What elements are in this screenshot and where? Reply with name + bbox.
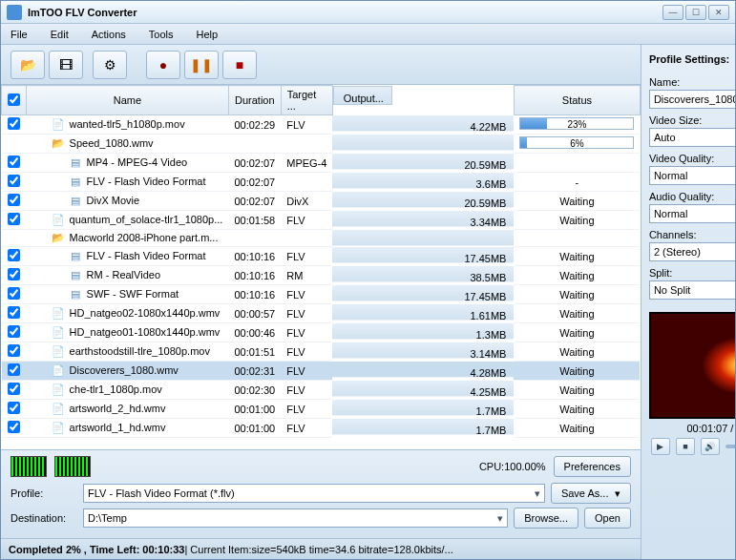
video-size-select[interactable]: Auto [649, 128, 735, 147]
table-row[interactable]: 📂 Macworld 2008-iPhone part.m... [2, 230, 641, 247]
video-quality-select[interactable]: Normal [649, 166, 735, 185]
destination-combo[interactable]: D:\Temp [83, 508, 508, 528]
settings-button[interactable]: ⚙ [93, 51, 127, 79]
split-select[interactable]: No Split [649, 280, 735, 300]
table-row[interactable]: ▤ FLV - Flash Video Format00:10:16FLV17.… [2, 247, 641, 266]
file-icon: 📄 [50, 384, 67, 396]
record-button[interactable]: ● [146, 51, 180, 79]
table-row[interactable]: 📄 wanted-tlr5_h1080p.mov00:02:29FLV4.22M… [2, 115, 641, 135]
audio-quality-select[interactable]: Normal [649, 204, 735, 223]
name-label: Name: [649, 76, 735, 88]
file-grid[interactable]: Name Duration Target ... Output... Statu… [1, 85, 641, 449]
row-checkbox[interactable] [8, 306, 20, 319]
table-row[interactable]: 📂 Speed_1080.wmv6% [2, 135, 641, 154]
file-icon: 📄 [50, 307, 67, 320]
row-checkbox[interactable] [8, 249, 20, 261]
remove-file-button[interactable]: 🎞 [49, 51, 83, 79]
app-icon [7, 5, 22, 20]
row-checkbox[interactable] [8, 268, 20, 280]
menu-file[interactable]: File [11, 29, 28, 40]
profile-label: Profile: [11, 487, 77, 499]
row-checkbox[interactable] [8, 421, 20, 433]
menu-tools[interactable]: Tools [149, 29, 174, 40]
profile-settings-panel: Profile Settings: ✎ Name: Video Size: Au… [641, 45, 735, 559]
select-all-checkbox[interactable] [8, 93, 20, 106]
pause-button[interactable]: ❚❚ [184, 51, 219, 79]
cpu-graph-2 [54, 456, 91, 477]
preferences-button[interactable]: Preferences [554, 456, 631, 477]
table-row[interactable]: 📄 earthstoodstill-tlre_1080p.mov00:01:51… [2, 342, 641, 362]
volume-icon[interactable]: 🔊 [701, 438, 720, 455]
table-row[interactable]: 📄 che-tlr1_1080p.mov00:02:30FLV4.25MBWai… [2, 381, 641, 400]
folder-icon: 📂 [50, 137, 67, 150]
toolbar: 📂 🎞 ⚙ ● ❚❚ ■ [1, 45, 641, 85]
split-label: Split: [649, 267, 735, 279]
stop-button[interactable]: ■ [222, 51, 257, 79]
close-button[interactable]: ✕ [708, 5, 729, 20]
row-checkbox[interactable] [8, 383, 20, 395]
volume-slider[interactable] [725, 445, 735, 448]
audio-quality-label: Audio Quality: [649, 191, 735, 202]
menu-edit[interactable]: Edit [51, 29, 69, 40]
video-quality-label: Video Quality: [649, 153, 735, 164]
file-icon: 📄 [50, 403, 67, 415]
table-row[interactable]: 📄 HD_natgeo02-1080x1440p.wmv00:00:57FLV1… [2, 304, 641, 323]
playback-time: 00:01:07 / 00:02:31 [649, 423, 735, 434]
doc-icon: ▤ [67, 195, 84, 207]
table-row[interactable]: ▤ RM - RealVideo00:10:16RM38.5MBWaiting [2, 266, 641, 285]
table-row[interactable]: 📄 artsworld_1_hd.wmv00:01:00FLV1.7MBWait… [2, 419, 641, 438]
file-icon: 📄 [50, 326, 67, 339]
row-checkbox[interactable] [8, 344, 20, 357]
table-row[interactable]: ▤ DivX Movie00:02:07DivX20.59MBWaiting [2, 192, 641, 211]
doc-icon: ▤ [67, 269, 84, 281]
profile-combo[interactable]: FLV - Flash Video Format (*.flv) [83, 484, 545, 503]
doc-icon: ▤ [67, 288, 84, 301]
minimize-button[interactable]: — [662, 5, 683, 20]
row-checkbox[interactable] [8, 363, 20, 376]
status-current-item: | Current Item:size=540kB time=34.6 bitr… [184, 544, 452, 555]
destination-label: Destination: [11, 512, 77, 524]
row-checkbox[interactable] [8, 402, 20, 414]
row-checkbox[interactable] [8, 325, 20, 338]
row-checkbox[interactable] [8, 117, 20, 130]
col-status[interactable]: Status [514, 86, 640, 115]
menu-actions[interactable]: Actions [92, 29, 126, 40]
menubar: File Edit Actions Tools Help [1, 24, 735, 45]
save-as-button[interactable]: Save As...▾ [551, 483, 631, 504]
table-row[interactable]: ▤ SWF - SWF Format00:10:16FLV17.45MBWait… [2, 285, 641, 304]
cpu-graph-1 [11, 456, 47, 477]
col-output[interactable]: Output... [333, 86, 392, 105]
table-row[interactable]: ▤ MP4 - MPEG-4 Video00:02:07MPEG-420.59M… [2, 154, 641, 173]
table-row[interactable]: 📄 HD_natgeo01-1080x1440p.wmv00:00:46FLV1… [2, 323, 641, 342]
folder-icon: 📂 [50, 232, 67, 244]
browse-button[interactable]: Browse... [514, 508, 578, 529]
col-duration[interactable]: Duration [228, 86, 281, 115]
open-button[interactable]: Open [584, 508, 631, 529]
row-checkbox[interactable] [8, 156, 20, 168]
titlebar: ImTOO FLV Converter — ☐ ✕ [1, 1, 735, 24]
channels-select[interactable]: 2 (Stereo) [649, 242, 735, 261]
doc-icon: ▤ [67, 176, 84, 188]
table-row[interactable]: ▤ FLV - Flash Video Format00:02:073.6MB- [2, 173, 641, 192]
file-icon: 📄 [50, 214, 67, 226]
col-target[interactable]: Target ... [281, 86, 332, 115]
play-button[interactable]: ▶ [651, 438, 670, 455]
row-checkbox[interactable] [8, 175, 20, 187]
row-checkbox[interactable] [8, 194, 20, 206]
row-checkbox[interactable] [8, 287, 20, 300]
maximize-button[interactable]: ☐ [685, 5, 706, 20]
name-input[interactable] [649, 90, 735, 109]
file-icon: 📄 [50, 345, 67, 358]
col-name[interactable]: Name [27, 86, 229, 115]
file-icon: 📄 [50, 422, 67, 434]
menu-help[interactable]: Help [196, 29, 218, 40]
table-row[interactable]: 📄 quantum_of_solace-tlr1_1080p...00:01:5… [2, 211, 641, 230]
file-icon: 📄 [50, 364, 67, 377]
row-checkbox[interactable] [8, 213, 20, 225]
file-icon: 📄 [50, 118, 67, 131]
progress-bar: 6% [519, 136, 634, 149]
table-row[interactable]: 📄 Discoverers_1080.wmv00:02:31FLV4.28MBW… [2, 362, 641, 381]
table-row[interactable]: 📄 artsworld_2_hd.wmv00:01:00FLV1.7MBWait… [2, 400, 641, 419]
stop-playback-button[interactable]: ■ [676, 438, 695, 455]
add-file-button[interactable]: 📂 [11, 51, 45, 79]
